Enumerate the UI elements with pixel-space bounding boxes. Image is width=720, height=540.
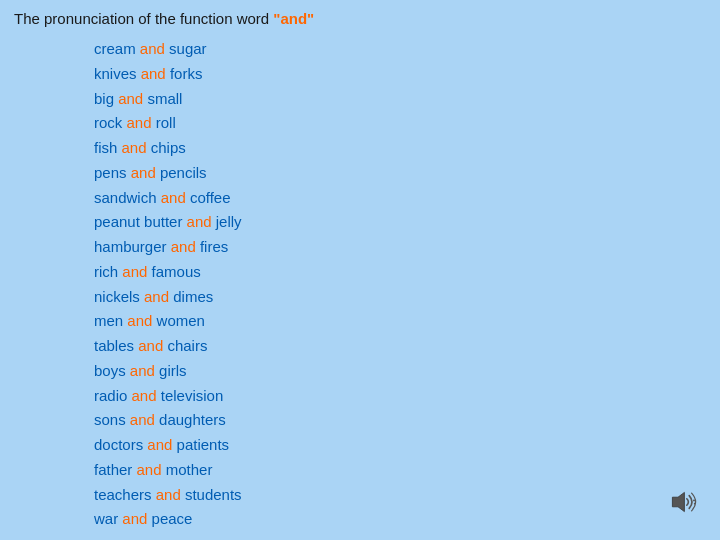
list-item: pens and pencils [94, 161, 706, 186]
title-keyword: "and" [273, 10, 314, 27]
phrase-part1: cream [94, 40, 140, 57]
phrase-part2: chips [147, 139, 186, 156]
list-item: rock and roll [94, 111, 706, 136]
phrase-part1: nickels [94, 288, 144, 305]
phrase-part2: daughters [155, 411, 226, 428]
list-item: cream and sugar [94, 37, 706, 62]
and-keyword: and [127, 114, 152, 131]
and-keyword: and [147, 436, 172, 453]
list-item: boys and girls [94, 359, 706, 384]
and-keyword: and [132, 387, 157, 404]
phrase-part1: big [94, 90, 118, 107]
phrase-part1: peanut butter [94, 213, 187, 230]
phrase-part1: doctors [94, 436, 147, 453]
phrase-part2: fires [196, 238, 229, 255]
and-keyword: and [156, 486, 181, 503]
list-item: tables and chairs [94, 334, 706, 359]
list-item: teachers and students [94, 483, 706, 508]
svg-point-1 [693, 499, 695, 501]
and-keyword: and [144, 288, 169, 305]
phrase-part1: knives [94, 65, 141, 82]
and-keyword: and [141, 65, 166, 82]
and-keyword: and [131, 164, 156, 181]
list-item: fish and chips [94, 136, 706, 161]
phrase-part1: teachers [94, 486, 156, 503]
speaker-icon [666, 486, 698, 518]
phrase-part2: chairs [163, 337, 207, 354]
and-keyword: and [171, 238, 196, 255]
svg-marker-0 [672, 492, 684, 511]
phrase-part2: jelly [212, 213, 242, 230]
phrase-part2: dimes [169, 288, 213, 305]
phrase-part1: men [94, 312, 127, 329]
list-item: knives and forks [94, 62, 706, 87]
list-item: sandwich and coffee [94, 186, 706, 211]
main-container: The pronunciation of the function word "… [0, 0, 720, 540]
and-keyword: and [122, 139, 147, 156]
and-keyword: and [122, 263, 147, 280]
phrase-part1: boys [94, 362, 130, 379]
and-keyword: and [122, 510, 147, 527]
phrase-part2: small [143, 90, 182, 107]
and-keyword: and [118, 90, 143, 107]
phrase-part1: pens [94, 164, 131, 181]
phrase-part1: rich [94, 263, 122, 280]
list-item: men and women [94, 309, 706, 334]
phrase-part2: roll [152, 114, 176, 131]
list-item: war and peace [94, 507, 706, 532]
svg-point-2 [694, 503, 696, 505]
and-keyword: and [161, 189, 186, 206]
and-keyword: and [127, 312, 152, 329]
list-item: doctors and patients [94, 433, 706, 458]
phrase-part1: rock [94, 114, 127, 131]
phrase-part2: forks [166, 65, 203, 82]
phrase-part1: sandwich [94, 189, 161, 206]
phrase-part2: girls [155, 362, 187, 379]
phrase-part2: pencils [156, 164, 207, 181]
phrase-part1: hamburger [94, 238, 171, 255]
title-prefix: The pronunciation of the function word [14, 10, 273, 27]
list-item: radio and television [94, 384, 706, 409]
phrase-part2: peace [147, 510, 192, 527]
list-item: hamburger and fires [94, 235, 706, 260]
page-title: The pronunciation of the function word "… [14, 10, 706, 27]
list-item: peanut butter and jelly [94, 210, 706, 235]
and-keyword: and [137, 461, 162, 478]
phrase-part2: students [181, 486, 242, 503]
phrase-part1: sons [94, 411, 130, 428]
phrase-part1: radio [94, 387, 132, 404]
phrase-list: cream and sugarknives and forksbig and s… [14, 37, 706, 532]
and-keyword: and [138, 337, 163, 354]
phrase-part2: coffee [186, 189, 231, 206]
list-item: nickels and dimes [94, 285, 706, 310]
phrase-part2: mother [162, 461, 213, 478]
phrase-part2: famous [147, 263, 200, 280]
phrase-part2: television [157, 387, 224, 404]
list-item: father and mother [94, 458, 706, 483]
and-keyword: and [130, 411, 155, 428]
speaker-button[interactable] [664, 484, 700, 520]
and-keyword: and [140, 40, 165, 57]
phrase-part1: war [94, 510, 122, 527]
phrase-part2: patients [172, 436, 229, 453]
phrase-part1: tables [94, 337, 138, 354]
phrase-part1: fish [94, 139, 122, 156]
list-item: sons and daughters [94, 408, 706, 433]
list-item: big and small [94, 87, 706, 112]
phrase-part1: father [94, 461, 137, 478]
and-keyword: and [187, 213, 212, 230]
phrase-part2: sugar [165, 40, 207, 57]
and-keyword: and [130, 362, 155, 379]
phrase-part2: women [152, 312, 205, 329]
list-item: rich and famous [94, 260, 706, 285]
